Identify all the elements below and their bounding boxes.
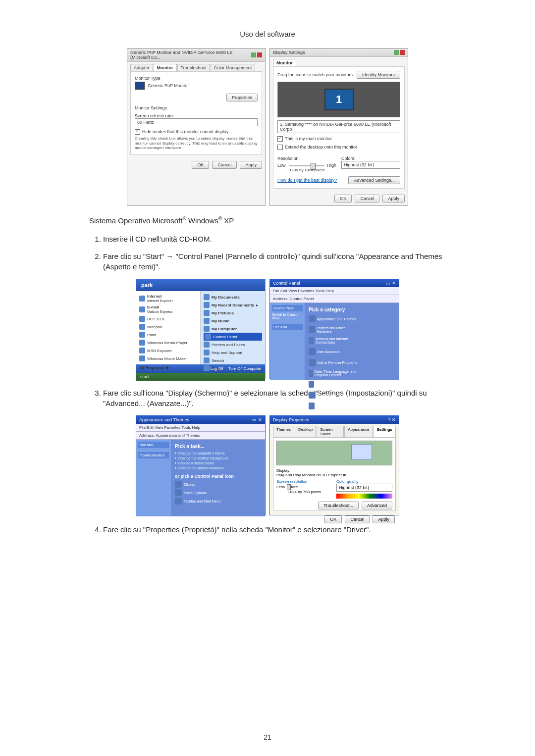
start-item[interactable]: My Music xyxy=(204,317,262,325)
tab-adapter[interactable]: Adapter xyxy=(130,64,153,71)
tab-color-management[interactable]: Color Management xyxy=(211,64,256,71)
category-sounds[interactable]: Sounds, Speech, and Audio Devices xyxy=(309,381,358,388)
taskbar-start[interactable]: start xyxy=(136,373,265,381)
category-accessibility[interactable]: Accessibility Options xyxy=(309,392,358,399)
start-item[interactable]: My Recent Documents ▸ xyxy=(204,301,262,309)
troubleshooters-header: Troubleshooters xyxy=(138,452,169,458)
start-item[interactable]: My Documents xyxy=(204,293,262,301)
category-date-time[interactable]: Date, Time, Language, and Regional Optio… xyxy=(309,370,358,377)
appearance-themes-window: Appearance and Themes ▭ ✕ File Edit View… xyxy=(136,415,266,515)
tab-desktop[interactable]: Desktop xyxy=(295,426,316,437)
start-item[interactable]: InternetInternet Explorer xyxy=(139,293,197,304)
start-item[interactable]: Windows Movie Maker xyxy=(139,354,197,362)
category-appearance[interactable]: Appearance and Themes xyxy=(309,315,358,322)
switch-view-link[interactable]: Switch to Classic View xyxy=(272,313,303,320)
folder-options-item[interactable]: Folder Options xyxy=(175,489,261,496)
apply-button[interactable]: Apply xyxy=(382,195,405,202)
task-background[interactable]: ▸ Change the desktop background xyxy=(175,456,261,460)
task-theme[interactable]: ▸ Change the computer's theme xyxy=(175,451,261,455)
toolbar: File Edit View Favorites Tools Help xyxy=(136,424,265,432)
dialog-buttons: OK Cancel Apply xyxy=(270,192,408,205)
window-controls[interactable]: ? ✕ xyxy=(388,417,396,422)
tab-monitor[interactable]: Monitor xyxy=(273,59,296,66)
turnoff-button[interactable]: Turn Off Computer xyxy=(228,366,261,371)
ok-button[interactable]: OK xyxy=(192,161,209,169)
tab-settings[interactable]: Settings xyxy=(373,426,396,437)
window-controls[interactable]: ▭ ✕ xyxy=(252,417,262,422)
task-resolution[interactable]: ▸ Change the screen resolution xyxy=(175,466,261,470)
control-panel-main: Pick a category Appearance and Themes Pr… xyxy=(305,303,399,380)
window-controls[interactable]: ▭ ✕ xyxy=(386,281,396,286)
help-link[interactable]: How do I get the best display? xyxy=(277,178,337,183)
sound-icon xyxy=(309,381,314,388)
category-network[interactable]: Network and Internet Connections xyxy=(309,337,358,344)
start-item[interactable]: Paint xyxy=(139,331,197,339)
step-4: Fare clic su "Properties (Proprietà)" ne… xyxy=(103,524,446,535)
start-item[interactable]: Windows Media Player xyxy=(139,339,197,347)
category-users[interactable]: User Accounts xyxy=(309,348,358,355)
tab-screensaver[interactable]: Screen Saver xyxy=(317,426,344,437)
start-item[interactable]: Help and Support xyxy=(204,349,262,356)
tab-troubleshoot[interactable]: Troubleshoot xyxy=(177,64,210,71)
apply-button[interactable]: Apply xyxy=(373,515,395,523)
troubleshoot-button[interactable]: Troubleshoot... xyxy=(318,502,359,509)
color-quality-select[interactable]: Highest (32 bit) xyxy=(336,484,392,492)
monitor-type-label: Monitor Type xyxy=(135,76,258,81)
display-value: Plug and Play Monitor on 3D Prophet III xyxy=(276,473,392,477)
ok-button[interactable]: OK xyxy=(334,195,352,202)
window-controls[interactable] xyxy=(251,52,262,57)
logoff-button[interactable]: Log Off xyxy=(211,366,223,371)
toolbar: File Edit View Favorites Tools Help xyxy=(270,287,399,295)
start-item[interactable]: My Pictures xyxy=(204,309,262,317)
advanced-button[interactable]: Advanced xyxy=(362,502,392,509)
computer-icon xyxy=(204,326,210,332)
monitor-arrangement-area[interactable]: 1 xyxy=(277,82,400,117)
window-controls[interactable] xyxy=(394,50,405,55)
category-performance[interactable]: Performance and Maintenance xyxy=(309,403,358,409)
tab-themes[interactable]: Themes xyxy=(273,426,294,437)
start-item[interactable]: E-mailOutlook Express xyxy=(139,304,197,315)
category-add-remove[interactable]: Add or Remove Programs xyxy=(309,359,358,366)
clock-icon xyxy=(309,370,313,377)
ok-button[interactable]: OK xyxy=(324,515,342,523)
folder-icon xyxy=(175,489,182,496)
dialog-buttons: OK Cancel Apply xyxy=(127,158,265,172)
printer-icon xyxy=(204,342,210,348)
apply-button[interactable]: Apply xyxy=(240,161,262,169)
task-screensaver[interactable]: ▸ Choose a screen saver xyxy=(175,461,261,465)
monitor-1-icon[interactable]: 1 xyxy=(324,89,354,110)
start-item[interactable]: HCT 10.0 xyxy=(139,315,197,323)
hide-modes-checkbox[interactable] xyxy=(135,129,140,135)
start-item[interactable]: Search xyxy=(204,356,262,364)
tab-appearance[interactable]: Appearance xyxy=(344,426,373,437)
properties-button[interactable]: Properties xyxy=(226,94,258,101)
display-icon-item[interactable]: Display xyxy=(175,481,261,488)
monitor-properties-window: Generic PnP Monitor and NVIDIA GeForce 6… xyxy=(127,48,266,206)
tab-monitor[interactable]: Monitor xyxy=(154,64,177,71)
monitor-dropdown[interactable]: 1. Samsung **** on NVIDIA GeForce 6600 L… xyxy=(277,120,400,133)
resolution-slider[interactable] xyxy=(289,165,324,166)
extend-checkbox xyxy=(277,145,283,150)
refresh-rate-select[interactable]: 60 Hertz xyxy=(135,118,258,126)
cancel-button[interactable]: Cancel xyxy=(345,515,370,523)
identify-monitors-button[interactable]: Identify Monitors xyxy=(357,71,400,79)
all-programs[interactable]: All Programs ▶ xyxy=(139,364,197,371)
taskbar-item[interactable]: Taskbar and Start Menu xyxy=(175,498,261,504)
main-monitor-label: This is my main monitor xyxy=(285,136,332,141)
address-bar[interactable]: Address: Control Panel xyxy=(270,295,399,303)
cancel-button[interactable]: Cancel xyxy=(355,195,379,202)
cancel-button[interactable]: Cancel xyxy=(212,161,237,169)
instruction-list: Inserire il CD nell'unità CD-ROM. Fare c… xyxy=(89,234,446,272)
pick-category-heading: Pick a category xyxy=(309,307,395,312)
colors-select[interactable]: Highest (32 bit) xyxy=(341,161,400,169)
start-item[interactable]: Notepad xyxy=(139,323,197,331)
notepad-icon xyxy=(139,324,145,330)
address-bar[interactable]: Address: Appearance and Themes xyxy=(136,432,265,440)
start-item[interactable]: My Computer xyxy=(204,325,262,333)
category-printers[interactable]: Printers and Other Hardware xyxy=(309,326,358,333)
start-item[interactable]: MSN Explorer xyxy=(139,347,197,354)
advanced-settings-button[interactable]: Advanced Settings... xyxy=(348,176,400,184)
control-panel-item[interactable]: Control Panel xyxy=(204,333,262,341)
color-rainbow xyxy=(336,494,392,499)
start-item[interactable]: Printers and Faxes xyxy=(204,341,262,349)
